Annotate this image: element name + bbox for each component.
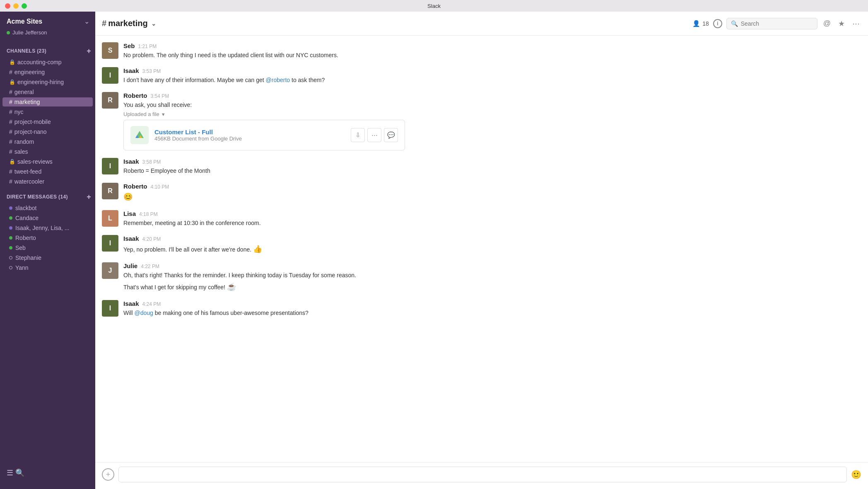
sidebar-search-icon[interactable]: ☰ 🔍 (7, 469, 24, 477)
dm-item-group[interactable]: Isaak, Jenny, Lisa, ... (2, 223, 93, 232)
message-author: Julie (123, 262, 137, 269)
emoji-button[interactable]: 🙂 (851, 470, 861, 479)
dropdown-arrow-icon[interactable]: ▼ (161, 112, 166, 117)
dm-item-yann[interactable]: Yann (2, 263, 93, 272)
channel-item-engineering[interactable]: # engineering (2, 68, 93, 77)
dm-item-stephanie[interactable]: Stephanie (2, 253, 93, 262)
app-title: Slack (427, 3, 441, 9)
hash-icon: # (9, 128, 12, 135)
message-header: Seb 1:21 PM (123, 42, 861, 49)
message-author: Roberto (123, 183, 147, 190)
uploaded-label: Uploaded a file ▼ (123, 111, 861, 117)
search-icon: 🔍 (731, 20, 738, 27)
message-text-2: That's what I get for skipping my coffee… (123, 281, 861, 293)
message-text: Will @doug be making one of his famous u… (123, 309, 861, 317)
message-isaak-3: I Isaak 4:20 PM Yep, no problem. I'll be… (102, 235, 861, 255)
message-text: You ask, you shall receive: (123, 101, 861, 109)
sidebar: Acme Sites ⌄ Julie Jefferson CHANNELS (2… (0, 12, 95, 489)
channel-hash-icon: # (102, 19, 106, 28)
message-header: Julie 4:22 PM (123, 262, 861, 269)
dm-status-dot (9, 266, 12, 269)
message-header: Roberto 3:54 PM (123, 92, 861, 99)
message-input[interactable] (118, 467, 847, 482)
channel-item-sales[interactable]: # sales (2, 147, 93, 156)
members-icon: 👤 (692, 20, 700, 27)
message-header: Lisa 4:18 PM (123, 210, 861, 217)
dm-name: Seb (15, 244, 26, 251)
search-box[interactable]: 🔍 (726, 18, 817, 29)
channel-item-marketing[interactable]: # marketing (2, 97, 93, 107)
user-status: Julie Jefferson (0, 29, 95, 41)
channel-name: nyc (14, 109, 24, 115)
channel-item-accounting-comp[interactable]: 🔒 accounting-comp (2, 58, 93, 67)
workspace-chevron-icon[interactable]: ⌄ (84, 17, 89, 25)
dm-item-candace[interactable]: Candace (2, 213, 93, 223)
dm-name: Isaak, Jenny, Lisa, ... (15, 225, 69, 231)
dm-status-dot (9, 206, 12, 210)
channel-item-general[interactable]: # general (2, 87, 93, 97)
message-author: Isaak (123, 67, 139, 74)
traffic-lights (5, 3, 27, 9)
file-type-icon (130, 126, 149, 144)
at-icon[interactable]: @ (822, 17, 832, 29)
channel-header: # marketing ⌄ 👤 18 i 🔍 @ ★ ⋯ (95, 12, 868, 36)
channel-item-sales-reviews[interactable]: 🔒 sales-reviews (2, 157, 93, 166)
username: Julie Jefferson (12, 29, 47, 36)
message-text: Remember, meeting at 10:30 in the confer… (123, 219, 861, 228)
search-input[interactable] (741, 20, 813, 27)
message-body: Julie 4:22 PM Oh, that's right! Thanks f… (123, 262, 861, 293)
message-roberto-1: R Roberto 3:54 PM You ask, you shall rec… (102, 92, 861, 150)
file-name[interactable]: Customer List - Full (154, 128, 345, 136)
minimize-button[interactable] (13, 3, 19, 9)
channel-item-random[interactable]: # random (2, 137, 93, 146)
lock-icon: 🔒 (9, 79, 15, 85)
dm-item-seb[interactable]: Seb (2, 243, 93, 252)
mention[interactable]: @roberto (266, 77, 290, 83)
dm-item-roberto[interactable]: Roberto (2, 233, 93, 242)
message-text: No problem. The only thing I need is the… (123, 51, 861, 60)
add-channel-button[interactable]: + (87, 47, 91, 55)
more-options-button[interactable]: ⋯ (367, 128, 381, 142)
info-button[interactable]: i (713, 19, 722, 28)
avatar: L (102, 210, 118, 227)
maximize-button[interactable] (22, 3, 27, 9)
avatar: I (102, 300, 118, 317)
message-time: 4:10 PM (151, 184, 169, 190)
channel-title: # marketing ⌄ (102, 19, 156, 28)
channel-name: general (14, 89, 34, 95)
mention[interactable]: @doug (134, 310, 153, 316)
close-button[interactable] (5, 3, 10, 9)
file-meta: 456KB Document from Google Drive (154, 136, 345, 142)
channel-name: sales (14, 148, 28, 155)
dm-label: DIRECT MESSAGES (14) (7, 194, 68, 200)
comment-button[interactable]: 💬 (384, 128, 398, 142)
avatar: I (102, 158, 118, 174)
channel-item-project-mobile[interactable]: # project-mobile (2, 117, 93, 126)
dm-section-header: DIRECT MESSAGES (14) + (0, 186, 95, 203)
message-body: Seb 1:21 PM No problem. The only thing I… (123, 42, 861, 60)
hash-icon: # (9, 109, 12, 115)
download-button[interactable]: ⇩ (351, 128, 365, 142)
add-attachment-button[interactable]: + (102, 468, 114, 481)
message-author: Seb (123, 42, 135, 49)
message-header: Isaak 4:20 PM (123, 235, 861, 242)
message-time: 4:24 PM (142, 301, 161, 307)
main-content: # marketing ⌄ 👤 18 i 🔍 @ ★ ⋯ (95, 12, 868, 489)
channel-item-tweet-feed[interactable]: # tweet-feed (2, 167, 93, 176)
uploaded-text: Uploaded a file (123, 111, 159, 117)
star-icon[interactable]: ★ (837, 17, 846, 30)
channel-dropdown-icon[interactable]: ⌄ (151, 20, 156, 27)
dm-status-dot (9, 216, 12, 220)
message-time: 3:53 PM (142, 68, 161, 74)
avatar: R (102, 92, 118, 109)
dm-item-slackbot[interactable]: slackbot (2, 203, 93, 213)
channel-item-engineering-hiring[interactable]: 🔒 engineering-hiring (2, 77, 93, 87)
dm-name: Roberto (15, 235, 36, 241)
add-dm-button[interactable]: + (87, 193, 91, 201)
more-icon[interactable]: ⋯ (851, 17, 861, 30)
channel-item-watercooler[interactable]: # watercooler (2, 177, 93, 186)
channel-item-nyc[interactable]: # nyc (2, 107, 93, 116)
message-time: 3:58 PM (142, 159, 161, 165)
channel-item-project-nano[interactable]: # project-nano (2, 127, 93, 136)
message-isaak-2: I Isaak 3:58 PM Roberto = Employee of th… (102, 158, 861, 175)
